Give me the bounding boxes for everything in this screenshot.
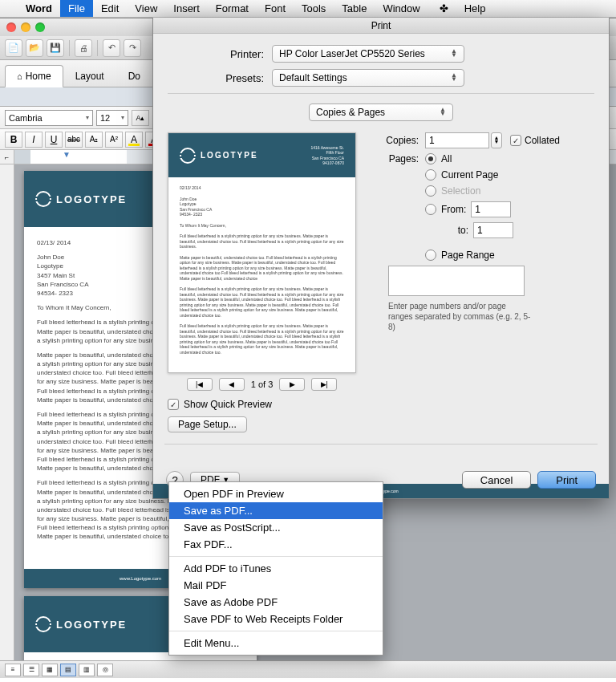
- print-dialog: Print Printer: HP Color LaserJet CP5520 …: [152, 18, 610, 499]
- dialog-title: Print: [153, 18, 609, 34]
- to-field[interactable]: [473, 222, 513, 238]
- range-help: Enter page numbers and/or page ranges se…: [388, 301, 533, 332]
- menu-help[interactable]: Help: [456, 0, 494, 17]
- view-focus-button[interactable]: ◎: [97, 664, 113, 676]
- save-icon[interactable]: 💾: [47, 39, 64, 57]
- logo: LOGOTYPE: [35, 191, 127, 207]
- radio-all[interactable]: [425, 153, 436, 164]
- menu-app[interactable]: Word: [18, 0, 60, 17]
- from-field[interactable]: [471, 201, 511, 217]
- highlight-button[interactable]: A: [125, 132, 143, 148]
- menu-edit[interactable]: Edit: [93, 0, 127, 17]
- view-outline-button[interactable]: ☰: [23, 664, 39, 676]
- copies-field[interactable]: [425, 132, 489, 148]
- menu-insert[interactable]: Insert: [165, 0, 208, 17]
- copies-stepper[interactable]: ▲▼: [491, 132, 502, 148]
- logo-icon: [35, 191, 51, 207]
- menu-format[interactable]: Format: [208, 0, 257, 17]
- menu-mail-pdf[interactable]: Mail PDF: [169, 577, 383, 594]
- updown-icon: ▲▼: [440, 108, 446, 116]
- menu-fax-pdf[interactable]: Fax PDF...: [169, 536, 383, 553]
- strike-button[interactable]: abc: [65, 132, 83, 148]
- cancel-button[interactable]: Cancel: [462, 471, 531, 489]
- new-doc-icon[interactable]: 📄: [5, 39, 22, 57]
- menu-add-itunes[interactable]: Add PDF to iTunes: [169, 560, 383, 577]
- view-publishing-button[interactable]: ▦: [42, 664, 58, 676]
- presets-label: Presets:: [168, 72, 272, 84]
- pages-label: Pages:: [372, 153, 425, 164]
- vertical-ruler: [0, 164, 14, 678]
- menu-window[interactable]: Window: [375, 0, 428, 17]
- radio-selection: [425, 185, 436, 197]
- font-combo[interactable]: Cambria▾: [5, 110, 93, 126]
- zoom-icon[interactable]: [35, 22, 45, 32]
- print-button[interactable]: Print: [537, 471, 596, 489]
- menu-font[interactable]: Font: [257, 0, 294, 17]
- presets-select[interactable]: Default Settings▲▼: [272, 69, 464, 87]
- print-options: Copies: ▲▼ ✓ Collated Pages: All Current…: [372, 132, 594, 432]
- preview-pane: LOGOTYPE1416 Awesome St.Fifth FloorSan F…: [168, 132, 356, 432]
- grow-font-button[interactable]: A▴: [132, 110, 149, 126]
- radio-from[interactable]: [425, 204, 436, 215]
- menu-file[interactable]: File: [60, 0, 93, 17]
- menu-save-ps[interactable]: Save as PostScript...: [169, 519, 383, 536]
- minimize-icon[interactable]: [21, 22, 30, 32]
- pdf-menu: Open PDF in Preview Save as PDF... Save …: [168, 481, 383, 656]
- subscript-button[interactable]: A₂: [85, 132, 103, 148]
- chevron-down-icon: ▾: [86, 114, 89, 121]
- size-combo[interactable]: 12▾: [96, 110, 128, 126]
- printer-label: Printer:: [168, 48, 272, 60]
- tab-home[interactable]: ⌂Home: [5, 65, 63, 87]
- printer-select[interactable]: HP Color LaserJet CP5520 Series▲▼: [272, 45, 464, 63]
- tab-selector[interactable]: ⌐: [0, 150, 14, 164]
- print-icon[interactable]: 🖨: [75, 39, 92, 57]
- view-print-button[interactable]: ▤: [60, 664, 76, 676]
- menubar: Word File Edit View Insert Format Font T…: [0, 0, 616, 18]
- view-notebook-button[interactable]: ▥: [79, 664, 95, 676]
- status-bar: ≡ ☰ ▦ ▤ ▥ ◎: [0, 660, 616, 678]
- quick-preview-checkbox[interactable]: ✓ Show Quick Preview: [168, 399, 356, 410]
- view-draft-button[interactable]: ≡: [5, 664, 21, 676]
- menu-adobe-pdf[interactable]: Save as Adobe PDF: [169, 594, 383, 611]
- menu-open-preview[interactable]: Open PDF in Preview: [169, 485, 383, 502]
- checkbox-icon: ✓: [168, 399, 179, 410]
- page-indicator: 1 of 3: [251, 380, 274, 389]
- last-page-button[interactable]: ▶|: [311, 378, 337, 391]
- script-menu-icon[interactable]: ✤: [432, 0, 456, 17]
- section-select[interactable]: Copies & Pages▲▼: [309, 104, 453, 121]
- collated-checkbox[interactable]: ✓: [510, 135, 521, 146]
- indent-marker-icon[interactable]: ▼: [63, 150, 71, 159]
- underline-button[interactable]: U: [45, 132, 63, 148]
- updown-icon: ▲▼: [451, 74, 457, 82]
- undo-icon[interactable]: ↶: [103, 39, 120, 57]
- page-setup-button[interactable]: Page Setup...: [168, 416, 247, 432]
- page-range-field[interactable]: [388, 266, 525, 296]
- menu-tools[interactable]: Tools: [294, 0, 334, 17]
- next-page-button[interactable]: ▶: [279, 378, 305, 391]
- superscript-button[interactable]: A²: [105, 132, 123, 148]
- redo-icon[interactable]: ↷: [124, 39, 141, 57]
- radio-current[interactable]: [425, 169, 436, 181]
- menu-edit-menu[interactable]: Edit Menu...: [169, 635, 383, 652]
- chevron-down-icon: ▾: [121, 114, 124, 121]
- bold-button[interactable]: B: [5, 132, 22, 148]
- italic-button[interactable]: I: [25, 132, 43, 148]
- preview-thumbnail: LOGOTYPE1416 Awesome St.Fifth FloorSan F…: [168, 132, 356, 373]
- menu-view[interactable]: View: [127, 0, 165, 17]
- close-icon[interactable]: [6, 22, 16, 32]
- radio-range[interactable]: [425, 250, 436, 261]
- home-icon: ⌂: [17, 71, 22, 81]
- menu-receipts[interactable]: Save PDF to Web Receipts Folder: [169, 611, 383, 627]
- menu-table[interactable]: Table: [334, 0, 375, 17]
- tab-layout[interactable]: Layout: [63, 65, 116, 87]
- menu-save-pdf[interactable]: Save as PDF...: [169, 502, 383, 519]
- updown-icon: ▲▼: [451, 50, 457, 58]
- open-icon[interactable]: 📂: [26, 39, 43, 57]
- prev-page-button[interactable]: ◀: [219, 378, 245, 391]
- collated-label: Collated: [525, 135, 560, 146]
- copies-label: Copies:: [372, 135, 425, 146]
- first-page-button[interactable]: |◀: [187, 378, 213, 391]
- tab-elements[interactable]: Do: [116, 65, 152, 87]
